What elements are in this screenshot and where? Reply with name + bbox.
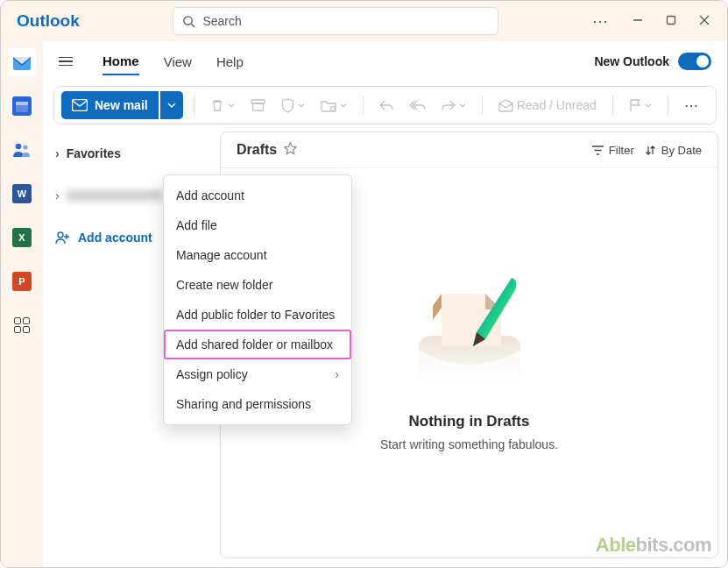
forward-button[interactable] — [436, 96, 471, 115]
filter-button[interactable]: Filter — [592, 144, 634, 157]
separator — [482, 96, 483, 115]
new-mail-button[interactable]: New mail — [61, 91, 159, 119]
new-outlook-label: New Outlook — [594, 54, 669, 68]
word-icon: W — [12, 184, 32, 203]
new-mail-label: New mail — [95, 98, 148, 112]
empty-title: Nothing in Drafts — [409, 413, 530, 430]
content-area: › Favorites › Add account — [43, 131, 727, 567]
mail-icon — [11, 53, 32, 71]
tab-view[interactable]: View — [164, 49, 192, 75]
sort-label: By Date — [661, 144, 702, 157]
chevron-down-icon — [645, 103, 652, 108]
new-outlook-toggle[interactable]: New Outlook — [594, 53, 711, 70]
ctx-sharing-permissions[interactable]: Sharing and permissions — [164, 389, 351, 419]
tab-home[interactable]: Home — [102, 48, 139, 75]
separator — [612, 96, 613, 115]
move-button[interactable] — [315, 96, 352, 116]
rail-people[interactable] — [8, 136, 36, 164]
rail-more-apps[interactable] — [8, 311, 36, 339]
chevron-down-icon — [298, 103, 305, 108]
app-rail: W X P — [1, 41, 43, 567]
list-title: Drafts — [237, 142, 277, 158]
chevron-down-icon — [167, 103, 176, 108]
sort-icon — [645, 145, 656, 156]
ctx-label: Manage account — [176, 248, 267, 262]
app-body: W X P Home View Help New Outlook — [1, 41, 727, 567]
shield-icon — [281, 98, 294, 113]
svg-point-14 — [58, 232, 63, 238]
window-buttons: ⋯ — [592, 11, 720, 31]
outlook-window: Outlook Search ⋯ — [0, 0, 728, 568]
rail-mail[interactable] — [8, 48, 36, 76]
trash-icon — [210, 98, 224, 112]
wm-a: Able — [596, 534, 636, 556]
rail-calendar[interactable] — [8, 92, 36, 120]
search-icon — [182, 15, 195, 28]
read-unread-button[interactable]: Read / Unread — [493, 95, 602, 116]
svg-rect-12 — [252, 103, 263, 110]
folder-move-icon — [321, 99, 336, 112]
wm-c: .com — [668, 534, 711, 556]
ctx-add-public-folder[interactable]: Add public folder to Favorites — [164, 300, 351, 330]
chevron-right-icon: › — [335, 367, 339, 381]
maximize-button[interactable] — [666, 14, 676, 28]
excel-icon: X — [12, 228, 32, 247]
ctx-label: Add account — [176, 188, 244, 202]
reply-button[interactable] — [374, 96, 399, 115]
chevron-right-icon: › — [55, 188, 60, 202]
favorites-row[interactable]: › Favorites — [48, 140, 215, 167]
star-icon[interactable] — [284, 142, 297, 158]
ctx-add-shared-folder[interactable]: Add shared folder or mailbox — [164, 330, 351, 359]
ctx-label: Add public folder to Favorites — [176, 308, 335, 322]
add-account-label: Add account — [78, 231, 152, 245]
minimize-button[interactable] — [633, 14, 643, 28]
title-bar: Outlook Search ⋯ — [1, 1, 727, 41]
search-placeholder: Search — [202, 14, 241, 28]
ctx-label: Sharing and permissions — [176, 397, 311, 411]
empty-illustration — [408, 274, 531, 406]
sort-button[interactable]: By Date — [645, 144, 702, 157]
add-person-icon — [55, 231, 71, 245]
tab-help[interactable]: Help — [216, 49, 244, 75]
empty-sub: Start writing something fabulous. — [380, 437, 558, 451]
svg-rect-10 — [73, 100, 88, 111]
chevron-right-icon: › — [55, 146, 60, 160]
report-button[interactable] — [276, 95, 310, 117]
new-mail-split-button: New mail — [61, 91, 183, 119]
reply-icon — [379, 99, 393, 111]
reply-all-icon — [409, 99, 426, 111]
rail-word[interactable]: W — [8, 180, 36, 208]
ctx-manage-account[interactable]: Manage account — [164, 240, 351, 270]
separator — [668, 96, 668, 115]
toggle-switch[interactable] — [678, 53, 711, 70]
command-bar: New mail Read / Unread — [53, 86, 717, 124]
app-brand: Outlook — [8, 11, 80, 31]
ctx-label: Create new folder — [176, 278, 273, 292]
ctx-add-file[interactable]: Add file — [164, 210, 351, 240]
flag-button[interactable] — [624, 95, 657, 116]
search-box[interactable]: Search — [173, 7, 498, 35]
more-commands-button[interactable]: ⋯ — [679, 94, 705, 117]
new-mail-dropdown[interactable] — [160, 91, 183, 119]
read-unread-label: Read / Unread — [517, 98, 597, 112]
hamburger-icon[interactable] — [59, 57, 73, 67]
calendar-icon — [12, 96, 32, 116]
svg-point-0 — [184, 16, 192, 24]
svg-point-13 — [330, 106, 335, 110]
archive-button[interactable] — [245, 96, 271, 115]
separator — [194, 96, 194, 115]
svg-rect-3 — [668, 17, 675, 25]
mail-open-icon — [498, 99, 513, 112]
rail-powerpoint[interactable]: P — [8, 267, 36, 295]
reply-all-button[interactable] — [404, 96, 431, 115]
more-icon[interactable]: ⋯ — [592, 11, 610, 31]
list-header: Drafts Filter By Date — [221, 132, 717, 168]
rail-excel[interactable]: X — [8, 224, 36, 252]
ctx-assign-policy[interactable]: Assign policy › — [164, 359, 351, 389]
wm-b: bits — [636, 534, 668, 556]
close-button[interactable] — [699, 14, 710, 28]
ctx-add-account[interactable]: Add account — [164, 181, 351, 210]
ctx-create-new-folder[interactable]: Create new folder — [164, 270, 351, 300]
list-tools: Filter By Date — [592, 144, 702, 157]
delete-button[interactable] — [205, 95, 240, 116]
